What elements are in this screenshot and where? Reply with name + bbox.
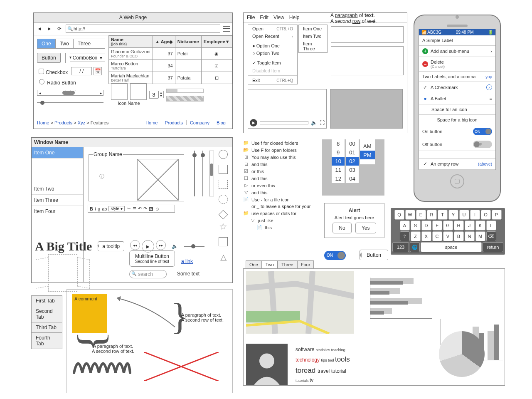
- volume-slider[interactable]: [184, 243, 204, 249]
- link[interactable]: a link: [181, 258, 193, 264]
- key-t[interactable]: T: [438, 210, 448, 220]
- menu-file[interactable]: File: [247, 15, 255, 20]
- tab-one[interactable]: One: [246, 260, 262, 269]
- key-m[interactable]: M: [475, 231, 485, 241]
- key-s[interactable]: S: [411, 221, 421, 230]
- tag[interactable]: tips: [321, 358, 328, 362]
- sticky-note[interactable]: A comment: [72, 294, 107, 333]
- phone-row-bullet[interactable]: ●A Bullet≡: [419, 93, 495, 104]
- tag[interactable]: tools: [335, 355, 350, 363]
- menu-edit[interactable]: Edit: [260, 15, 268, 20]
- pointy-button[interactable]: Button: [360, 250, 388, 260]
- tab-one[interactable]: One: [37, 39, 56, 48]
- space-key[interactable]: space: [421, 242, 482, 252]
- phone-row-checkmark[interactable]: ✓A Checkmark›: [419, 82, 495, 93]
- coverflow[interactable]: [36, 254, 90, 292]
- date-input[interactable]: / /: [71, 67, 92, 75]
- phone-row-space-big-icon[interactable]: Space for a big icon: [419, 115, 495, 125]
- prev-icon[interactable]: ◂◂: [130, 240, 140, 250]
- text-area[interactable]: [331, 46, 404, 75]
- tree-item[interactable]: ▽and this: [243, 189, 314, 196]
- col-name[interactable]: Name(job title): [109, 36, 153, 48]
- tree-item[interactable]: 📄Use - for a file icon: [243, 196, 314, 203]
- list-item[interactable]: Item One: [32, 147, 83, 159]
- tabs[interactable]: One Two Three Four: [246, 260, 507, 269]
- no-button[interactable]: No: [332, 223, 351, 233]
- h-scrollbar[interactable]: ◂▸: [37, 90, 103, 96]
- menu-help[interactable]: Help: [289, 15, 300, 20]
- vtab[interactable]: Second Tab: [31, 306, 62, 322]
- phone-row-two-labels[interactable]: Two Labels, and a commayup: [419, 72, 495, 82]
- tag[interactable]: tutorials: [296, 379, 310, 383]
- vtab[interactable]: Third Tab: [31, 322, 62, 333]
- tag[interactable]: travel: [318, 368, 331, 374]
- rich-text-toolbar[interactable]: BIuab style ▾ ≔≣↶↷🖼☺: [88, 205, 175, 213]
- tag[interactable]: teaching: [331, 348, 345, 352]
- key-i[interactable]: I: [470, 210, 480, 220]
- checkbox[interactable]: Checkbox: [37, 67, 68, 75]
- menu-view[interactable]: View: [273, 15, 284, 20]
- vtab[interactable]: Fourth Tab: [31, 332, 62, 349]
- key-a[interactable]: A: [400, 221, 410, 230]
- shift-key[interactable]: ⇧: [400, 231, 410, 241]
- list-item[interactable]: Item Four: [32, 206, 83, 217]
- key-w[interactable]: W: [405, 210, 415, 220]
- phone-row-add-submenu[interactable]: +Add and sub-menu›: [419, 46, 495, 57]
- key-l[interactable]: L: [486, 221, 496, 230]
- tab-three[interactable]: Three: [278, 260, 297, 269]
- toggle[interactable]: OFF: [473, 141, 492, 148]
- toggle-on[interactable]: ON: [324, 251, 346, 260]
- tree-item[interactable]: ▽just like: [243, 217, 314, 224]
- v-slider[interactable]: [192, 151, 197, 196]
- phone-row-on-button[interactable]: On buttonON: [419, 125, 495, 138]
- tree-item[interactable]: 📂Use F for open folders: [243, 146, 314, 154]
- forward-icon[interactable]: ►: [46, 25, 53, 32]
- next-icon[interactable]: ▸▸: [156, 240, 166, 250]
- table-row[interactable]: Marco BottonTuttofare34☑: [109, 60, 232, 72]
- key-z[interactable]: Z: [411, 231, 421, 241]
- key-v[interactable]: V: [443, 231, 453, 241]
- tree-item[interactable]: 📄this: [243, 224, 314, 231]
- key-q[interactable]: Q: [394, 210, 404, 220]
- tag[interactable]: toread: [296, 367, 318, 374]
- key-x[interactable]: X: [421, 231, 431, 241]
- tag[interactable]: software: [296, 347, 316, 352]
- tree-item[interactable]: ☑or this: [243, 168, 314, 175]
- key-o[interactable]: O: [481, 210, 491, 220]
- key-f[interactable]: F: [432, 221, 442, 230]
- toggle[interactable]: ON: [473, 128, 492, 135]
- key-c[interactable]: C: [432, 231, 442, 241]
- volume-icon[interactable]: 🔈: [311, 120, 317, 126]
- tab-four[interactable]: Four: [297, 260, 314, 269]
- tag[interactable]: tv: [310, 377, 313, 383]
- tree-item[interactable]: ☐and this: [243, 175, 314, 182]
- menu-icon[interactable]: [223, 26, 230, 32]
- back-icon[interactable]: ◄: [36, 25, 43, 32]
- key-h[interactable]: H: [454, 221, 464, 230]
- list-item[interactable]: Item Two: [32, 183, 83, 195]
- table-row[interactable]: Mariah MaclachlanBetter Half37Patata⊟: [109, 72, 232, 84]
- combobox[interactable]: ComboBox▾: [70, 54, 105, 62]
- key-k[interactable]: K: [475, 221, 485, 230]
- list-item[interactable]: Item Three: [32, 195, 83, 206]
- time-picker[interactable]: 89101112 0001020304 AMPM: [322, 139, 384, 196]
- numeric-stepper[interactable]: ▲▼: [149, 91, 164, 99]
- col-nick[interactable]: Nickname: [175, 36, 201, 48]
- backspace-key[interactable]: ⌫: [486, 231, 496, 241]
- phone-row-off-button[interactable]: Off buttonOFF: [419, 138, 495, 151]
- tree[interactable]: 📁Use f for closed folders📂Use F for open…: [243, 139, 314, 239]
- col-age[interactable]: ▲ Age◆: [153, 36, 175, 48]
- tab-two[interactable]: Two: [262, 260, 278, 269]
- tag[interactable]: tutorial: [331, 368, 346, 374]
- text-input[interactable]: [331, 26, 404, 43]
- fullscreen-icon[interactable]: ⛶: [320, 120, 325, 126]
- tab-three[interactable]: Three: [74, 39, 95, 48]
- phone-row-space-icon[interactable]: Space for an icon: [419, 104, 495, 115]
- return-key[interactable]: return: [483, 242, 503, 252]
- seek-bar[interactable]: [260, 121, 308, 124]
- reload-icon[interactable]: ⟳: [56, 25, 63, 32]
- tab-two[interactable]: Two: [56, 39, 74, 48]
- map[interactable]: [246, 271, 354, 334]
- play-icon[interactable]: ▶: [250, 119, 257, 126]
- key-p[interactable]: P: [492, 210, 502, 220]
